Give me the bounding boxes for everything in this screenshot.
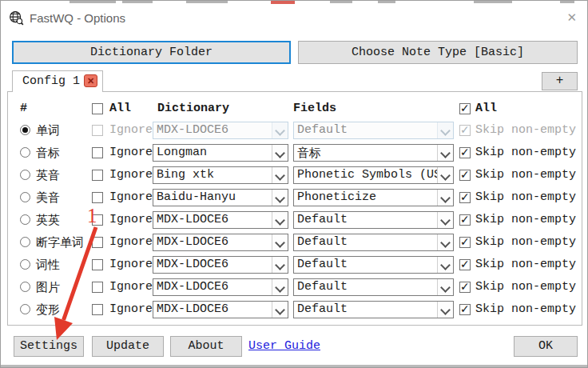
chevron-down-icon[interactable]	[272, 212, 288, 228]
dictionary-select[interactable]: Baidu-Hanyu	[153, 189, 288, 206]
chevron-down-icon[interactable]	[272, 145, 288, 161]
fields-select[interactable]: Phoneticize	[293, 189, 454, 206]
all-ignore-checkbox[interactable]	[92, 103, 103, 114]
chevron-down-icon[interactable]	[272, 279, 288, 295]
ignore-checkbox[interactable]	[92, 125, 103, 136]
update-button[interactable]: Update	[92, 336, 164, 357]
row-label[interactable]: 英音	[36, 168, 60, 183]
row-radio[interactable]	[20, 192, 30, 202]
skip-checkbox[interactable]	[459, 282, 471, 293]
chevron-down-icon[interactable]	[437, 212, 453, 228]
chevron-down-icon[interactable]	[437, 257, 453, 273]
all-skip-checkbox[interactable]	[459, 103, 471, 114]
fields-select[interactable]: Default	[293, 278, 454, 296]
row-radio[interactable]	[20, 147, 30, 158]
fields-select[interactable]: Default	[293, 256, 454, 274]
skip-checkbox[interactable]	[459, 214, 471, 226]
chevron-down-icon[interactable]	[272, 302, 288, 318]
skip-checkbox[interactable]	[459, 259, 471, 270]
skip-checkbox[interactable]	[459, 125, 471, 136]
row-label[interactable]: 变形	[36, 302, 60, 318]
fields-select[interactable]: 音标	[293, 144, 454, 162]
chevron-down-icon[interactable]	[437, 167, 453, 183]
ok-button[interactable]: OK	[514, 336, 578, 357]
dictionary-select[interactable]: MDX-LDOCE6	[153, 278, 288, 296]
chevron-down-icon[interactable]	[272, 190, 288, 206]
row-label[interactable]: 单词	[36, 123, 60, 138]
add-tab-button[interactable]: +	[542, 72, 578, 90]
ignore-checkbox[interactable]	[92, 259, 103, 270]
ignore-label: Ignore	[109, 146, 153, 159]
settings-button[interactable]: Settings	[14, 336, 84, 357]
tab-config-1[interactable]: Config 1 ✕	[12, 70, 103, 92]
about-button[interactable]: About	[170, 336, 242, 357]
skip-checkbox[interactable]	[459, 170, 471, 181]
dictionary-select[interactable]: MDX-LDOCE6	[153, 301, 288, 318]
chevron-down-icon[interactable]	[437, 302, 453, 318]
ignore-label: Ignore	[109, 123, 153, 137]
fields-value: Phonetic Symbols (US)	[297, 168, 448, 182]
fields-select[interactable]: Phonetic Symbols (US)	[293, 166, 454, 184]
skip-checkbox[interactable]	[459, 147, 471, 158]
ignore-checkbox[interactable]	[92, 214, 103, 226]
row-label[interactable]: 图片	[36, 280, 60, 295]
skip-checkbox[interactable]	[459, 192, 471, 203]
chevron-down-icon[interactable]	[437, 122, 453, 138]
table-row: 词性 Ignore MDX-LDOCE6 Default Skip non-em…	[1, 254, 588, 276]
fields-value: Default	[297, 235, 348, 249]
chevron-down-icon[interactable]	[437, 234, 453, 250]
chevron-down-icon[interactable]	[437, 145, 453, 161]
ignore-checkbox[interactable]	[92, 282, 103, 293]
header-all-left: All	[109, 102, 131, 115]
chevron-down-icon[interactable]	[272, 167, 288, 183]
chevron-down-icon[interactable]	[272, 234, 288, 250]
fields-select[interactable]: Default	[293, 234, 454, 251]
dictionary-select[interactable]: MDX-LDOCE6	[153, 211, 288, 229]
chevron-down-icon[interactable]	[272, 257, 288, 273]
user-guide-link[interactable]: User Guide	[248, 339, 320, 353]
row-label[interactable]: 断字单词	[36, 235, 84, 250]
table-row: 图片 Ignore MDX-LDOCE6 Default Skip non-em…	[1, 276, 588, 298]
close-icon[interactable]: ✕	[566, 10, 577, 25]
header-all-right: All	[475, 102, 497, 115]
dictionary-folder-button[interactable]: Dictionary Folder	[12, 41, 291, 64]
row-radio[interactable]	[20, 237, 30, 247]
fields-select[interactable]: Default	[293, 122, 454, 139]
dictionary-select[interactable]: Longman	[153, 144, 288, 162]
ignore-checkbox[interactable]	[92, 304, 103, 315]
row-radio[interactable]	[20, 282, 30, 292]
row-radio[interactable]	[20, 214, 30, 225]
dictionary-select[interactable]: MDX-LDOCE6	[153, 256, 288, 274]
ignore-checkbox[interactable]	[92, 170, 103, 181]
row-radio[interactable]	[20, 125, 30, 135]
row-radio[interactable]	[20, 170, 30, 180]
dictionary-select[interactable]: MDX-LDOCE6	[153, 234, 288, 251]
ignore-checkbox[interactable]	[92, 192, 103, 203]
table-row: 英英 Ignore MDX-LDOCE6 Default Skip non-em…	[1, 209, 588, 231]
choose-note-type-button[interactable]: Choose Note Type [Basic]	[298, 41, 578, 64]
chevron-down-icon[interactable]	[272, 122, 288, 138]
row-label[interactable]: 英英	[36, 213, 60, 228]
ignore-checkbox[interactable]	[92, 237, 103, 248]
row-radio[interactable]	[20, 259, 30, 270]
row-label[interactable]: 词性	[36, 258, 60, 273]
tab-close-icon[interactable]: ✕	[84, 74, 97, 87]
dictionary-select[interactable]: MDX-LDOCE6	[153, 122, 288, 139]
row-label[interactable]: 音标	[36, 146, 60, 161]
dictionary-select[interactable]: Bing xtk	[153, 166, 288, 184]
dictionary-value: MDX-LDOCE6	[157, 213, 228, 226]
skip-checkbox[interactable]	[459, 304, 471, 315]
ignore-checkbox[interactable]	[92, 147, 103, 158]
fields-value: Default	[297, 302, 348, 316]
fields-value: Default	[297, 258, 348, 271]
ignore-label: Ignore	[109, 258, 153, 271]
chevron-down-icon[interactable]	[437, 190, 453, 206]
fields-select[interactable]: Default	[293, 211, 454, 229]
row-radio[interactable]	[20, 304, 30, 314]
row-label[interactable]: 美音	[36, 190, 60, 206]
fields-select[interactable]: Default	[293, 301, 454, 318]
chevron-down-icon[interactable]	[437, 279, 453, 295]
window-title: FastWQ - Options	[30, 11, 125, 25]
skip-checkbox[interactable]	[459, 237, 471, 248]
table-row: 英音 Ignore Bing xtk Phonetic Symbols (US)…	[1, 164, 588, 186]
